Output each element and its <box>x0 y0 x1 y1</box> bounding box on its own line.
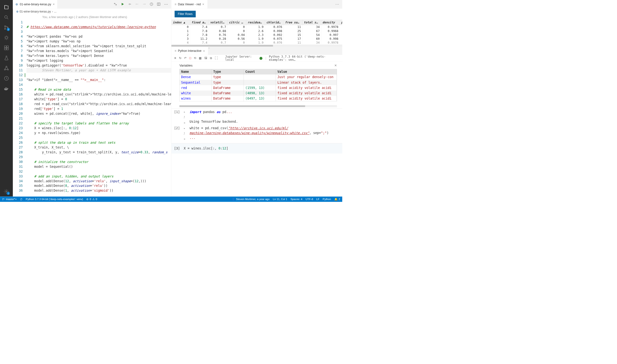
data-grid[interactable]: index ▲fixed a…volatil…citric …residua…c… <box>171 20 342 47</box>
code-line[interactable]: # Read in wine data <box>26 87 171 92</box>
extensions-icon[interactable] <box>3 45 10 51</box>
editor-tab[interactable]: ⊕ 01-wine-binary-keras.py × <box>13 0 57 9</box>
close-icon[interactable]: × <box>53 2 55 6</box>
variable-row[interactable]: whiteDataFrame(4898, 13)fixed acidity vo… <box>180 91 337 96</box>
column-header[interactable]: p <box>340 20 342 25</box>
export-icon[interactable]: ⧉ <box>210 56 212 60</box>
code-line[interactable]: "kw">from keras.models "kw">import Seque… <box>26 49 171 53</box>
close-icon[interactable]: × <box>203 49 205 53</box>
collapse-icon[interactable]: ▸ <box>184 109 189 114</box>
close-icon[interactable]: ✕ <box>334 64 337 67</box>
input-cell[interactable]: [3] X = wines.iloc[:, 0:12] <box>171 143 342 154</box>
code-line[interactable]: model.add(Dense(1, activation='sigmoid')… <box>26 188 171 193</box>
debug-icon[interactable] <box>3 35 10 41</box>
code-line[interactable]: "kw">import logging <box>26 58 171 63</box>
variable-row[interactable]: winesDataFrame(6497, 13)fixed acidity vo… <box>180 96 337 101</box>
variable-row[interactable]: redDataFrame(1599, 13)fixed acidity vola… <box>180 85 337 91</box>
spaces-status[interactable]: Spaces: 4 <box>290 198 302 201</box>
collapse-icon[interactable]: ▸ <box>184 126 189 131</box>
column-header[interactable]: chlorid… <box>265 20 284 25</box>
data-viewer-tab[interactable]: ≡ Data Viewer - red × <box>171 0 207 9</box>
branch-status[interactable]: master*+ <box>2 198 17 201</box>
code-line[interactable]: X_train, X_test, \ <box>26 145 171 150</box>
code-line[interactable]: y = np.ravel(wines.type) <box>26 130 171 135</box>
delete-icon[interactable]: ✕ <box>184 136 189 141</box>
cells-area[interactable]: [1]▸⤴✕import pandas as pd...Using Tensor… <box>171 108 342 143</box>
graph-icon[interactable] <box>3 65 10 72</box>
code-line[interactable]: # https://www.datacamp.com/community/tut… <box>26 25 171 29</box>
delete-icon[interactable]: ✕ <box>184 120 189 125</box>
code-line[interactable]: white['type'] = 0 <box>26 97 171 102</box>
code-line[interactable]: X = wines.iloc[:, 0:12] <box>26 126 171 130</box>
code-line[interactable]: # split the data up in train and test se… <box>26 140 171 145</box>
code-line[interactable] <box>26 169 171 174</box>
table-row[interactable]: 311.20.280.561.90.07517600.998 <box>171 37 342 41</box>
explorer-icon[interactable] <box>3 4 10 11</box>
step-back-icon[interactable] <box>135 2 139 6</box>
search-icon[interactable] <box>3 14 10 21</box>
python-env-label[interactable]: Python 3.7.3 64-bit ('deep-nets-examples… <box>269 55 340 62</box>
jupyter-server-label[interactable]: Jupyter Server: local <box>225 55 257 62</box>
lang-status[interactable]: Python <box>323 198 331 201</box>
compare-icon[interactable] <box>114 2 117 6</box>
code-line[interactable]: "kw">import numpy "kw">as np <box>26 39 171 44</box>
pyint-tab[interactable]: ≡ Python Interactive × <box>171 47 208 55</box>
run-icon[interactable] <box>121 2 125 6</box>
close-icon[interactable]: ✕ <box>174 56 176 60</box>
variable-row[interactable]: DensetypeJust your regular densely-con <box>180 75 337 80</box>
column-header[interactable]: free su… <box>284 20 302 25</box>
table-row[interactable]: 47.40.701.90.07611340.9978 <box>171 41 342 45</box>
code-line[interactable] <box>26 20 171 25</box>
breadcrumb[interactable]: ⊕ 01-wine-binary-keras.py › ... <box>13 9 171 15</box>
code-line[interactable]: "kw">from sklearn.model_selection "kw">i… <box>26 44 171 49</box>
code-line[interactable]: red['type'] = 1 <box>26 106 171 111</box>
timeline-icon[interactable] <box>150 2 154 6</box>
step-forward-icon[interactable] <box>142 2 146 6</box>
column-header[interactable]: volatil… <box>209 20 228 25</box>
variable-row[interactable]: SequentialtypeLinear stack of layers. <box>180 80 337 85</box>
code-line[interactable]: "kw">from keras.layers "kw">import Dense <box>26 53 171 58</box>
column-header[interactable]: Count <box>244 69 276 75</box>
code-line[interactable]: Steven Mortimer, a year ago • Add LSTM e… <box>26 68 171 73</box>
column-header[interactable]: fixed a… <box>190 20 209 25</box>
settings-gear-icon[interactable]: 1 <box>3 188 10 195</box>
notifications-status[interactable]: 🔔2 <box>334 198 340 201</box>
code-line[interactable]: model.add(Dense(12, activation='relu', i… <box>26 179 171 183</box>
history-icon[interactable] <box>3 75 10 82</box>
code-line[interactable]: wines = pd.concat([red, white], ignore_i… <box>26 111 171 116</box>
goto-icon[interactable]: ⤴ <box>184 131 189 136</box>
code-line[interactable]: logging.getLogger('tensorflow').disabled… <box>26 63 171 68</box>
variables-icon[interactable]: ▦ <box>199 56 202 60</box>
source-control-icon[interactable]: 2 <box>3 24 10 31</box>
column-header[interactable]: Value <box>276 69 337 75</box>
horizontal-scrollbar[interactable] <box>179 105 337 107</box>
code-line[interactable] <box>26 82 171 87</box>
code-line[interactable] <box>26 116 171 121</box>
column-header[interactable]: residua… <box>246 20 265 25</box>
code-line[interactable]: y_train, y_test = train_test_split(X, y,… <box>26 150 171 155</box>
problems-status[interactable]: ⊘0 ⚠0 <box>86 198 97 201</box>
column-header[interactable]: density <box>321 20 340 25</box>
table-row[interactable]: 27.80.760.042.30.09215540.997 <box>171 33 342 37</box>
variables-body[interactable]: DensetypeJust your regular densely-conSe… <box>180 75 337 101</box>
goto-icon[interactable]: ⤴ <box>184 115 189 119</box>
horizontal-scrollbar[interactable] <box>171 45 342 47</box>
data-grid-body[interactable]: 07.40.701.90.07611340.997817.80.8802.60.… <box>171 25 342 44</box>
code-line[interactable] <box>26 135 171 140</box>
code-line[interactable]: "kw">import pandas "kw">as pd <box>26 34 171 39</box>
code-line[interactable]: model = Sequential() <box>26 164 171 169</box>
cursor-status[interactable]: Ln 11, Col 1 <box>273 198 287 201</box>
restart-icon[interactable]: ⟲ <box>194 56 196 60</box>
cell[interactable]: [2]▸⤴✕white = pd.read_csv("http://archiv… <box>174 126 340 141</box>
filter-rows-button[interactable]: Filter Rows <box>175 11 196 17</box>
sync-status[interactable] <box>20 198 22 201</box>
code-line[interactable]: # initialize the constructor <box>26 159 171 164</box>
more-icon[interactable]: ⋯ <box>335 2 339 7</box>
undo-icon[interactable]: ↶ <box>184 56 187 60</box>
code-line[interactable] <box>26 73 171 78</box>
more-icon[interactable]: ⋯ <box>208 47 210 49</box>
code-editor[interactable]: 1234567891011121314151617181920212223242… <box>13 20 171 196</box>
column-header[interactable]: Name <box>180 69 212 75</box>
column-header[interactable]: total s… <box>302 20 321 25</box>
code-line[interactable]: model.add(Dense(8, activation='relu')) <box>26 183 171 188</box>
